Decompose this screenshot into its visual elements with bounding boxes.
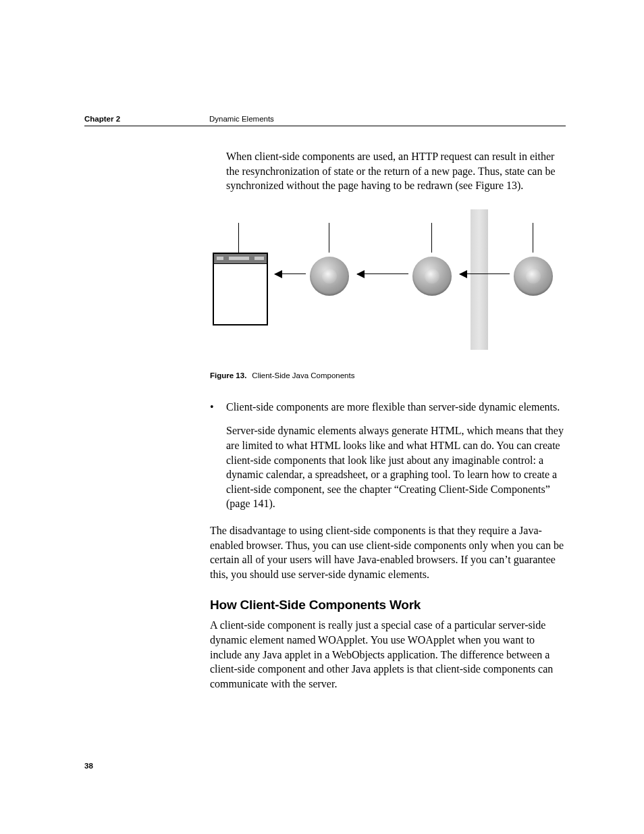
chapter-title: Dynamic Elements xyxy=(209,115,274,123)
page-number: 38 xyxy=(84,762,93,770)
callout-line xyxy=(431,223,432,253)
bullet-detail-paragraph: Server-side dynamic elements always gene… xyxy=(226,423,566,511)
intro-paragraph: When client-side components are used, an… xyxy=(226,149,566,193)
figure-label: Figure 13. xyxy=(210,371,246,380)
page-header: Chapter 2 Dynamic Elements xyxy=(84,115,566,126)
chapter-label: Chapter 2 xyxy=(84,115,209,123)
callout-line xyxy=(533,223,533,253)
wall-divider xyxy=(471,209,488,350)
section-heading: How Client-Side Components Work xyxy=(210,598,566,613)
figure-caption-text: Client-Side Java Components xyxy=(252,371,354,380)
arrow-left-icon xyxy=(357,273,408,274)
callout-line xyxy=(238,223,239,253)
arrow-left-icon xyxy=(275,273,306,274)
figure-13-diagram xyxy=(210,209,566,351)
bullet-item: • Client-side components are more flexib… xyxy=(210,400,566,415)
bullet-text: Client-side components are more flexible… xyxy=(226,400,566,415)
component-disc-icon xyxy=(514,257,553,296)
disadvantage-paragraph: The disadvantage to using client-side co… xyxy=(210,523,566,581)
component-disc-icon xyxy=(310,257,349,296)
browser-window-icon xyxy=(213,253,268,325)
figure-caption: Figure 13.Client-Side Java Components xyxy=(210,371,566,380)
arrow-left-icon xyxy=(460,273,510,274)
how-it-works-paragraph: A client-side component is really just a… xyxy=(210,618,566,691)
callout-line xyxy=(329,223,329,253)
bullet-dot-icon: • xyxy=(210,400,226,415)
component-disc-icon xyxy=(412,257,452,296)
